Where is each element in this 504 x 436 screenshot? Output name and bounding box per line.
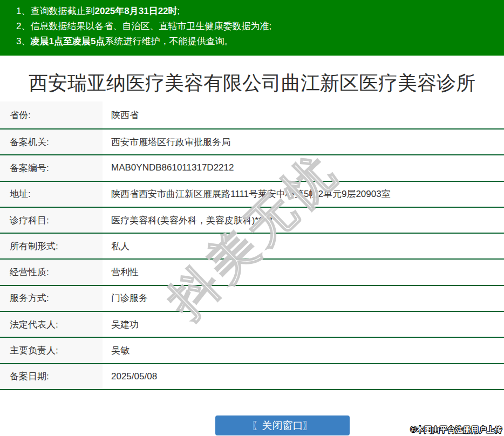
table-row-address: 地址: 陕西省西安市曲江新区雁展路1111号莱安中心第5幢2单元9层20903室 bbox=[0, 182, 504, 208]
table-row-person-in-charge: 主要负责人: 吴敏 bbox=[0, 338, 504, 364]
notice-line-2: 2、信息数据结果以各省、自治区、直辖市卫生健康委数据为准; bbox=[16, 19, 499, 34]
table-row-filing-number: 备案编号: MAB0YNDB861011317D2212 bbox=[0, 155, 504, 181]
table-row-business-nature: 经营性质: 营利性 bbox=[0, 260, 504, 285]
table-row-filing-date: 备案日期: 2025/05/08 bbox=[0, 364, 504, 390]
institution-info-table: 省份: 陕西省 备案机关: 西安市雁塔区行政审批服务局 备案编号: MAB0YN… bbox=[0, 101, 504, 390]
row-value: 陕西省 bbox=[103, 109, 139, 121]
notice-1-bold: 2025年8月31日22时 bbox=[94, 6, 177, 16]
notice-banner: 1、查询数据截止到2025年8月31日22时; 2、信息数据结果以各省、自治区、… bbox=[0, 0, 504, 56]
photo-credit-note: ©本图由平台注册用户上传 bbox=[411, 425, 502, 435]
page: 1、查询数据截止到2025年8月31日22时; 2、信息数据结果以各省、自治区、… bbox=[0, 0, 504, 436]
notice-2-text: 2、信息数据结果以各省、自治区、直辖市卫生健康委数据为准; bbox=[16, 21, 271, 31]
row-value: 吴建功 bbox=[103, 318, 139, 331]
notice-line-1: 1、查询数据截止到2025年8月31日22时; bbox=[16, 4, 499, 19]
row-label: 服务方式: bbox=[0, 286, 103, 311]
row-value: 西安市雁塔区行政审批服务局 bbox=[103, 136, 230, 148]
notice-3-text: 3、 bbox=[16, 36, 30, 46]
row-label: 备案日期: bbox=[0, 364, 103, 389]
row-value: 2025/05/08 bbox=[103, 371, 157, 382]
table-row-treatment-subjects: 诊疗科目: 医疗美容科(美容外科，美容皮肤科)****** bbox=[0, 208, 504, 234]
table-row-service-mode: 服务方式: 门诊服务 bbox=[0, 286, 504, 312]
row-value: 私人 bbox=[103, 240, 130, 253]
row-label: 主要负责人: bbox=[0, 338, 103, 363]
row-value: 门诊服务 bbox=[103, 292, 148, 304]
row-label: 所有制形式: bbox=[0, 234, 103, 258]
notice-line-3: 3、凌晨1点至凌晨5点系统进行维护，不能提供查询。 bbox=[16, 34, 499, 49]
row-value: MAB0YNDB861011317D2212 bbox=[103, 162, 234, 173]
row-label: 备案编号: bbox=[0, 155, 103, 180]
page-title: 西安瑞亚纳医疗美容有限公司曲江新区医疗美容诊所 bbox=[0, 72, 504, 94]
notice-1-suffix: ; bbox=[178, 6, 180, 16]
table-row-filing-authority: 备案机关: 西安市雁塔区行政审批服务局 bbox=[0, 130, 504, 155]
row-label: 地址: bbox=[0, 182, 103, 207]
row-value: 吴敏 bbox=[103, 344, 130, 357]
table-row-legal-representative: 法定代表人: 吴建功 bbox=[0, 312, 504, 338]
notice-3-suffix: 系统进行维护，不能提供查询。 bbox=[105, 36, 233, 46]
row-label: 经营性质: bbox=[0, 260, 103, 284]
row-label: 法定代表人: bbox=[0, 312, 103, 337]
row-value: 医疗美容科(美容外科，美容皮肤科)****** bbox=[103, 214, 276, 227]
row-label: 备案机关: bbox=[0, 130, 103, 154]
table-row-ownership-form: 所有制形式: 私人 bbox=[0, 234, 504, 260]
row-label: 诊疗科目: bbox=[0, 208, 103, 233]
table-row-province: 省份: 陕西省 bbox=[0, 101, 504, 130]
notice-1-text: 1、查询数据截止到 bbox=[16, 6, 94, 16]
row-value: 陕西省西安市曲江新区雁展路1111号莱安中心第5幢2单元9层20903室 bbox=[103, 188, 391, 200]
notice-3-bold: 凌晨1点至凌晨5点 bbox=[30, 36, 105, 46]
row-label: 省份: bbox=[0, 101, 103, 128]
row-value: 营利性 bbox=[103, 266, 139, 278]
close-window-button[interactable]: 〖关闭窗口〗 bbox=[215, 415, 350, 435]
